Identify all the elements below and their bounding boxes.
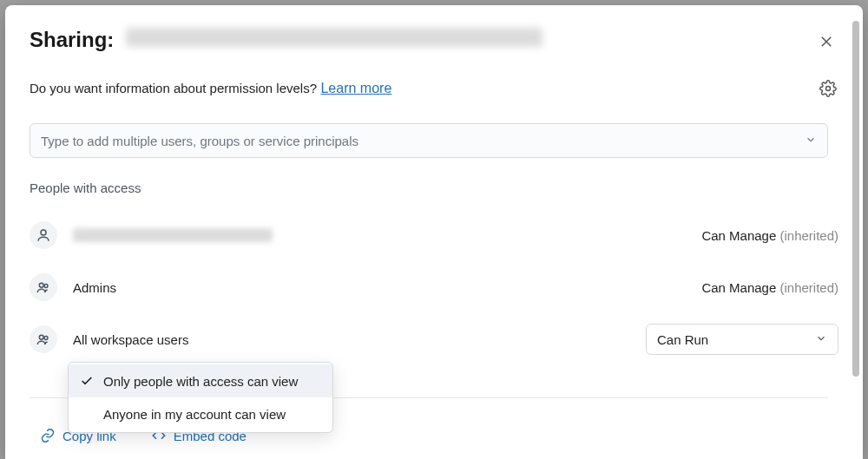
settings-button[interactable] bbox=[818, 78, 838, 99]
scrollbar[interactable] bbox=[852, 21, 859, 377]
access-row: Can Manage (inherited) bbox=[30, 209, 838, 261]
person-icon bbox=[36, 227, 51, 243]
avatar bbox=[30, 273, 57, 301]
sharing-modal: Sharing: Do you want information about p… bbox=[5, 5, 863, 459]
view-scope-option-restricted[interactable]: Only people with access can view bbox=[69, 364, 332, 397]
link-icon bbox=[40, 428, 56, 443]
close-icon bbox=[819, 34, 834, 49]
modal-title: Sharing: bbox=[30, 28, 114, 52]
chevron-down-icon bbox=[805, 134, 817, 148]
principal-name-redacted bbox=[73, 228, 273, 242]
spacer bbox=[79, 406, 95, 422]
view-scope-option-label: Anyone in my account can view bbox=[103, 407, 286, 422]
gear-icon bbox=[819, 80, 837, 97]
permission-info-text: Do you want information about permission… bbox=[30, 81, 317, 95]
modal-title-redacted bbox=[126, 28, 542, 47]
chevron-down-icon bbox=[815, 332, 827, 347]
principal-name: All workspace users bbox=[73, 332, 188, 347]
view-scope-option-label: Only people with access can view bbox=[103, 374, 298, 389]
add-principals-input[interactable]: Type to add multiple users, groups or se… bbox=[30, 123, 828, 158]
avatar bbox=[30, 325, 57, 353]
principal-name: Admins bbox=[73, 280, 116, 295]
learn-more-link[interactable]: Learn more bbox=[320, 81, 391, 95]
add-principals-placeholder: Type to add multiple users, groups or se… bbox=[41, 134, 358, 148]
avatar bbox=[30, 221, 57, 249]
access-row: All workspace users Can Run bbox=[30, 313, 838, 365]
svg-point-2 bbox=[39, 283, 43, 287]
permission-select[interactable]: Can Run bbox=[646, 324, 838, 355]
check-icon bbox=[79, 373, 95, 389]
group-icon bbox=[36, 279, 51, 295]
svg-point-3 bbox=[44, 285, 48, 288]
close-button[interactable] bbox=[814, 30, 838, 54]
permission-label: Can Manage (inherited) bbox=[701, 280, 838, 295]
people-with-access-label: People with access bbox=[30, 180, 838, 195]
svg-point-1 bbox=[41, 230, 46, 235]
view-scope-dropdown: Only people with access can view Anyone … bbox=[68, 362, 333, 433]
svg-point-0 bbox=[826, 87, 831, 91]
svg-point-5 bbox=[44, 337, 48, 340]
view-scope-option-account[interactable]: Anyone in my account can view bbox=[69, 397, 332, 430]
permission-label: Can Manage (inherited) bbox=[701, 228, 838, 243]
svg-point-4 bbox=[39, 335, 43, 339]
permission-select-value: Can Run bbox=[657, 332, 708, 347]
access-row: Admins Can Manage (inherited) bbox=[30, 261, 838, 313]
group-icon bbox=[36, 331, 51, 347]
